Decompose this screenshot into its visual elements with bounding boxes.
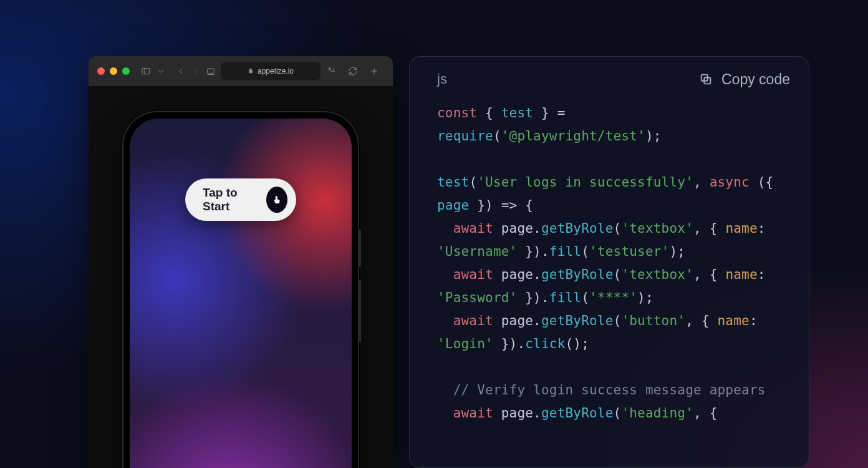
code-token: 'textbox' bbox=[621, 221, 693, 236]
code-token: { bbox=[477, 105, 501, 120]
code-token: ( bbox=[469, 175, 477, 190]
code-token: : bbox=[750, 313, 766, 328]
code-token bbox=[437, 267, 453, 282]
forward-button[interactable] bbox=[191, 65, 201, 77]
code-body[interactable]: const { test } = require('@playwright/te… bbox=[410, 102, 809, 425]
reader-icon[interactable] bbox=[206, 65, 216, 77]
code-token: ({ bbox=[750, 175, 781, 190]
back-button[interactable] bbox=[176, 65, 186, 77]
sidebar-toggle-icon[interactable] bbox=[141, 65, 151, 77]
code-token: 'User logs in successfully' bbox=[477, 175, 693, 190]
code-token: ); bbox=[645, 129, 662, 144]
code-token: await bbox=[453, 267, 493, 282]
browser-window: appetize.io Tap to Start bbox=[89, 56, 393, 468]
copy-code-label: Copy code bbox=[721, 71, 790, 88]
code-token: ); bbox=[669, 244, 685, 259]
window-close-button[interactable] bbox=[97, 67, 105, 75]
code-token: , { bbox=[685, 313, 717, 328]
code-token: 'button' bbox=[621, 313, 685, 328]
code-token: page. bbox=[493, 267, 541, 282]
browser-content: Tap to Start bbox=[89, 86, 393, 468]
traffic-lights bbox=[97, 67, 130, 75]
code-token: getByRole bbox=[541, 267, 614, 282]
tap-to-start-label: Tap to Start bbox=[203, 186, 255, 213]
code-token: : bbox=[758, 267, 774, 282]
code-token: page. bbox=[493, 406, 541, 421]
code-token: click bbox=[525, 336, 565, 351]
code-token: 'heading' bbox=[621, 406, 693, 421]
code-token: , { bbox=[693, 221, 725, 236]
code-token bbox=[437, 406, 453, 421]
code-token: ); bbox=[637, 290, 653, 305]
code-token: name bbox=[718, 313, 750, 328]
window-minimize-button[interactable] bbox=[110, 67, 117, 75]
code-token: await bbox=[453, 221, 493, 236]
code-token: // Verify login success message appears bbox=[453, 383, 766, 397]
code-token bbox=[437, 313, 453, 328]
code-token: ( bbox=[581, 290, 589, 305]
url-text: appetize.io bbox=[258, 67, 294, 76]
code-token: name bbox=[725, 221, 757, 236]
code-token: }). bbox=[517, 290, 549, 305]
code-token: , { bbox=[693, 267, 725, 282]
new-tab-button[interactable] bbox=[368, 65, 380, 77]
code-token: page. bbox=[493, 221, 541, 236]
code-token: , bbox=[693, 175, 710, 190]
code-token: getByRole bbox=[541, 313, 614, 328]
copy-icon bbox=[699, 72, 713, 86]
code-token: ( bbox=[614, 313, 622, 328]
code-token: , { bbox=[693, 406, 718, 421]
code-token: test bbox=[437, 175, 469, 190]
code-token: 'Username' bbox=[437, 244, 517, 259]
code-token: ( bbox=[614, 406, 622, 421]
code-token: ( bbox=[614, 221, 622, 236]
code-token: } = bbox=[533, 105, 573, 120]
code-token: }) => { bbox=[469, 198, 533, 213]
code-token bbox=[437, 221, 453, 236]
copy-code-button[interactable]: Copy code bbox=[699, 71, 790, 88]
code-token: }). bbox=[493, 336, 525, 351]
phone-mockup: Tap to Start bbox=[122, 111, 359, 468]
code-token: ( bbox=[581, 244, 589, 259]
code-token: }). bbox=[517, 244, 549, 259]
code-token bbox=[437, 383, 453, 397]
tap-to-start-button[interactable]: Tap to Start bbox=[185, 178, 296, 221]
code-token: await bbox=[453, 406, 493, 421]
code-token: 'testuser' bbox=[589, 244, 669, 259]
code-token: ( bbox=[614, 267, 622, 282]
code-header: js Copy code bbox=[410, 57, 809, 102]
code-token: async bbox=[710, 175, 750, 190]
window-maximize-button[interactable] bbox=[122, 67, 130, 75]
code-token: 'Login' bbox=[437, 336, 493, 351]
code-token: page bbox=[437, 198, 469, 213]
lock-icon bbox=[248, 68, 254, 74]
tap-icon bbox=[266, 187, 287, 213]
code-token: fill bbox=[549, 290, 581, 305]
address-bar[interactable]: appetize.io bbox=[221, 62, 321, 80]
code-token: '****' bbox=[589, 290, 637, 305]
translate-icon[interactable] bbox=[326, 65, 338, 77]
code-token: const bbox=[437, 105, 477, 120]
code-token: (); bbox=[566, 336, 590, 351]
code-token: : bbox=[758, 221, 774, 236]
code-token: fill bbox=[549, 244, 581, 259]
code-panel: js Copy code const { test } = require('@… bbox=[409, 56, 809, 468]
browser-toolbar: appetize.io bbox=[89, 56, 393, 86]
phone-screen: Tap to Start bbox=[130, 119, 352, 468]
code-token: getByRole bbox=[541, 221, 614, 236]
code-token: name bbox=[725, 267, 757, 282]
chevron-down-icon[interactable] bbox=[156, 65, 166, 77]
svg-rect-2 bbox=[208, 69, 215, 74]
reload-icon[interactable] bbox=[347, 65, 359, 77]
code-token: await bbox=[453, 313, 493, 328]
code-token: '@playwright/test' bbox=[501, 129, 645, 144]
code-token: 'Password' bbox=[437, 290, 517, 305]
code-token: getByRole bbox=[541, 406, 614, 421]
code-token: 'textbox' bbox=[621, 267, 693, 282]
code-token: test bbox=[501, 105, 533, 120]
tabs-overflow-icon[interactable] bbox=[389, 65, 393, 77]
code-token: require bbox=[437, 129, 493, 144]
code-token: page. bbox=[493, 313, 541, 328]
code-lang-label: js bbox=[437, 71, 447, 87]
svg-rect-0 bbox=[142, 68, 150, 74]
